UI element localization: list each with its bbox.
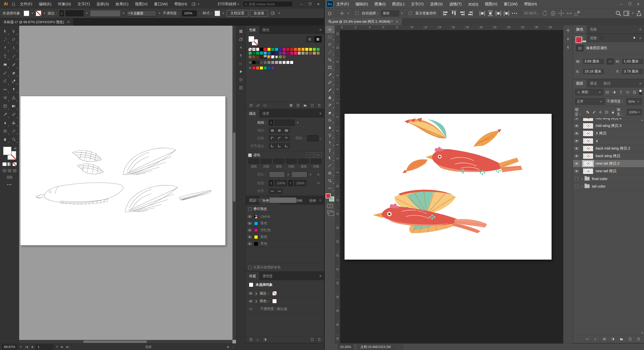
layer-visibility-toggle[interactable] [573,183,581,190]
document-tab[interactable]: 鸟.psd @ 23.3% (new tail 拷贝 2, RGB/8) * ✕ [325,18,402,25]
color-swatch[interactable] [263,55,267,59]
minimize-button[interactable]: ─ [297,1,305,7]
layer-name[interactable]: back mid wing 拷贝 2 [596,146,630,151]
layer-name[interactable]: mid wing 拷贝 3 [596,123,621,128]
eraser-tool[interactable] [10,69,18,77]
curvature-tool[interactable] [10,44,18,52]
color-cursor[interactable] [600,37,603,40]
direct-selection-tool[interactable] [10,27,18,36]
dash-gap-field[interactable]: 虚线 [298,159,309,169]
color-swatch[interactable] [267,55,271,59]
foreground-background-colors[interactable] [326,193,334,201]
color-swatch[interactable] [275,55,278,59]
color-swatch[interactable] [282,51,286,55]
dock-opentype-icon[interactable] [238,60,245,67]
slice-tool[interactable] [10,127,18,135]
gradient-mode-button[interactable] [7,162,12,166]
layer-row[interactable]: new tail 拷贝 2 [573,160,644,167]
menu-item[interactable]: 文件(F) [333,2,352,7]
tab-swatches[interactable]: 色板 [587,25,600,33]
lock-pixels-icon[interactable] [591,109,596,115]
auto-select-target[interactable]: 图层 [381,10,399,16]
type-tool[interactable] [325,147,334,154]
layer-thumbnail[interactable] [585,177,590,181]
swap-arrowheads-icon[interactable] [315,171,322,178]
panel-menu-icon[interactable]: ≡ [637,34,644,42]
color-swatch[interactable] [271,48,275,51]
maximize-button[interactable]: ❐ [306,1,314,7]
draw-normal-button[interactable] [2,169,7,173]
color-swatch[interactable] [252,66,256,70]
layer-fill-field[interactable]: 100%▾ [627,109,642,115]
magic-wand-tool[interactable] [325,48,334,56]
3d-slide-icon[interactable] [566,10,573,17]
3d-drag-icon[interactable] [558,10,565,17]
shape-tool[interactable] [325,162,334,169]
screen-mode-button[interactable] [6,175,13,179]
layers-scrollbar[interactable]: ▲▼ [640,118,644,335]
edit-toolbar-icon[interactable]: ••• [7,183,12,187]
artboard[interactable] [20,96,225,245]
color-swatch[interactable]: ⊕ [252,48,256,51]
lock-transparency-icon[interactable] [585,109,590,115]
separation-plate-row[interactable]: CMYK [246,213,324,220]
align-outside-button[interactable] [283,143,290,149]
width-field[interactable]: 3.89 厘米 [582,58,604,65]
panel-menu-icon[interactable]: ≡ [637,79,644,88]
shape-builder-tool[interactable] [1,94,10,102]
new-adjustment-layer-icon[interactable] [610,336,616,342]
spot-only-checkbox[interactable] [248,266,252,269]
lasso-tool[interactable] [325,41,334,48]
document-setup-button[interactable]: 文档设置 [227,10,248,17]
dash-gap-field[interactable]: 间隙 [311,159,322,169]
document-size-info[interactable]: 文档:24.9M/1023.2M › [357,344,403,350]
color-swatch[interactable] [263,61,267,64]
color-swatch[interactable] [256,51,259,55]
layer-row[interactable]: back mid wing 拷贝 2 [573,145,644,152]
document-tab[interactable]: 未标题-1* @ 66.67% (CMYK/GPU 预览) ✕ [0,18,74,26]
eyedropper-tool[interactable] [325,71,334,79]
draw-behind-button[interactable] [7,169,12,173]
swatch-view-icon[interactable] [288,103,294,108]
dock-character-icon[interactable] [238,44,245,51]
home-icon[interactable] [326,10,333,17]
perspective-grid-tool[interactable] [10,94,18,102]
panel-menu-icon[interactable]: ≡ [317,272,324,280]
auto-select-checkbox[interactable] [355,12,359,15]
color-swatch[interactable] [282,55,286,59]
list-view-button[interactable] [306,36,314,43]
draw-inside-button[interactable] [12,169,17,173]
height-field[interactable]: 1.43 厘米 [622,58,644,65]
layer-visibility-toggle[interactable] [573,175,581,182]
more-align-options-icon[interactable] [511,10,518,17]
magic-wand-tool[interactable] [1,36,10,44]
lasso-tool[interactable] [10,36,18,44]
blend-mode-select[interactable]: 正常▾ [575,98,605,105]
color-swatch[interactable] [279,51,282,55]
zoom-level-field[interactable]: 66.67% [2,344,17,349]
cloud-sync-icon[interactable] [262,103,268,108]
status-collapse-icon[interactable]: ‹ [232,345,234,348]
color-swatch[interactable] [267,66,271,70]
crop-tool[interactable] [325,56,334,63]
color-swatch[interactable] [271,51,275,55]
gradient-tool[interactable] [10,102,18,110]
3d-roll-icon[interactable] [550,10,557,17]
panel-menu-icon[interactable]: ≡ [637,25,644,33]
menu-item[interactable]: 文字(Y) [408,2,427,7]
align-tip-button[interactable] [269,188,276,194]
layer-name[interactable]: X 拷贝 [596,131,606,136]
arrowhead-end-field[interactable] [291,171,307,178]
status-play-icon[interactable]: ▶ [227,345,230,348]
none-mode-button[interactable] [12,162,17,166]
pencil-tool[interactable] [1,69,10,77]
line-segment-tool[interactable] [10,52,18,60]
layer-visibility-toggle[interactable] [573,145,581,152]
separation-plate-row[interactable]: 青色 [246,220,324,227]
separation-plate-row[interactable]: 洋红色 [246,227,324,234]
layer-row[interactable]: › final color [573,175,644,183]
profile-field[interactable] [269,197,297,203]
add-effect-icon[interactable] [255,337,261,342]
color-swatch[interactable] [309,51,312,55]
layer-visibility-toggle[interactable] [573,130,581,137]
